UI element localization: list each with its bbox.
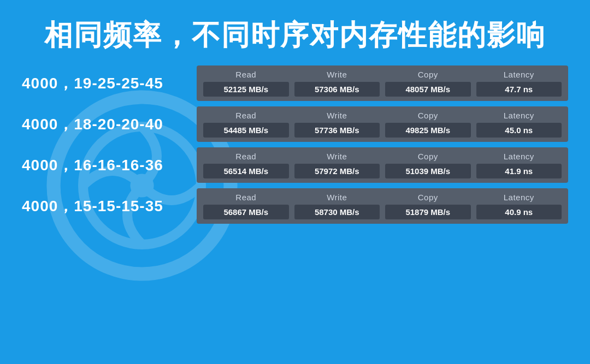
benchmark-row-2: 4000，16-16-16-36Read56514 MB/sWrite57972… — [22, 147, 568, 183]
bench-header-3-0: Read — [235, 193, 256, 202]
bench-cell-2-2: Copy51039 MB/s — [385, 152, 471, 178]
bench-cell-2-3: Latency41.9 ns — [476, 152, 562, 178]
bench-cell-2-0: Read56514 MB/s — [203, 152, 289, 178]
bench-value-2-2: 51039 MB/s — [385, 164, 471, 178]
bench-table-3: Read56867 MB/sWrite58730 MB/sCopy51879 M… — [197, 188, 568, 224]
bench-cell-3-2: Copy51879 MB/s — [385, 193, 471, 219]
bench-cell-3-3: Latency40.9 ns — [476, 193, 562, 219]
row-label-2: 4000，16-16-16-36 — [22, 155, 186, 176]
bench-value-1-1: 57736 MB/s — [294, 123, 380, 138]
bench-cell-1-0: Read54485 MB/s — [203, 111, 289, 138]
bench-value-0-3: 47.7 ns — [476, 82, 562, 97]
bench-value-1-2: 49825 MB/s — [385, 123, 471, 138]
bench-value-2-1: 57972 MB/s — [294, 164, 380, 178]
benchmark-row-3: 4000，15-15-15-35Read56867 MB/sWrite58730… — [22, 188, 568, 224]
bench-header-1-2: Copy — [418, 111, 438, 120]
bench-header-3-1: Write — [327, 193, 347, 202]
bench-cell-3-1: Write58730 MB/s — [294, 193, 380, 219]
bench-value-0-2: 48057 MB/s — [385, 82, 471, 97]
bench-table-0: Read52125 MB/sWrite57306 MB/sCopy48057 M… — [197, 65, 568, 101]
bench-header-2-2: Copy — [418, 152, 438, 161]
bench-value-3-3: 40.9 ns — [476, 205, 562, 219]
page-title: 相同频率，不同时序对内存性能的影响 — [0, 0, 590, 65]
bench-value-2-0: 56514 MB/s — [203, 164, 289, 178]
bench-cell-0-2: Copy48057 MB/s — [385, 70, 471, 97]
bench-cell-1-2: Copy49825 MB/s — [385, 111, 471, 138]
bench-header-2-0: Read — [235, 152, 256, 161]
row-label-3: 4000，15-15-15-35 — [22, 196, 186, 217]
bench-header-1-1: Write — [327, 111, 347, 120]
bench-value-3-2: 51879 MB/s — [385, 205, 471, 219]
bench-table-1: Read54485 MB/sWrite57736 MB/sCopy49825 M… — [197, 106, 568, 142]
benchmark-row-1: 4000，18-20-20-40Read54485 MB/sWrite57736… — [22, 106, 568, 142]
bench-header-2-1: Write — [327, 152, 347, 161]
bench-cell-1-1: Write57736 MB/s — [294, 111, 380, 138]
bench-value-3-0: 56867 MB/s — [203, 205, 289, 219]
bench-header-2-3: Latency — [504, 152, 534, 161]
content-area: 4000，19-25-25-45Read52125 MB/sWrite57306… — [0, 65, 590, 224]
bench-header-0-2: Copy — [418, 70, 438, 79]
bench-value-1-0: 54485 MB/s — [203, 123, 289, 138]
bench-value-3-1: 58730 MB/s — [294, 205, 380, 219]
bench-header-1-0: Read — [235, 111, 256, 120]
benchmark-row-0: 4000，19-25-25-45Read52125 MB/sWrite57306… — [22, 65, 568, 101]
bench-header-3-2: Copy — [418, 193, 438, 202]
bench-header-3-3: Latency — [504, 193, 534, 202]
bench-cell-3-0: Read56867 MB/s — [203, 193, 289, 219]
bench-cell-0-1: Write57306 MB/s — [294, 70, 380, 97]
bench-table-2: Read56514 MB/sWrite57972 MB/sCopy51039 M… — [197, 147, 568, 183]
bench-value-2-3: 41.9 ns — [476, 164, 562, 178]
bench-cell-0-0: Read52125 MB/s — [203, 70, 289, 97]
bench-cell-0-3: Latency47.7 ns — [476, 70, 562, 97]
bench-header-1-3: Latency — [504, 111, 534, 120]
row-label-0: 4000，19-25-25-45 — [22, 73, 186, 94]
bench-value-0-1: 57306 MB/s — [294, 82, 380, 97]
bench-header-0-0: Read — [235, 70, 256, 79]
bench-header-0-1: Write — [327, 70, 347, 79]
row-label-1: 4000，18-20-20-40 — [22, 114, 186, 135]
bench-header-0-3: Latency — [504, 70, 534, 79]
bench-value-1-3: 45.0 ns — [476, 123, 562, 138]
bench-value-0-0: 52125 MB/s — [203, 82, 289, 97]
bench-cell-1-3: Latency45.0 ns — [476, 111, 562, 138]
bench-cell-2-1: Write57972 MB/s — [294, 152, 380, 178]
